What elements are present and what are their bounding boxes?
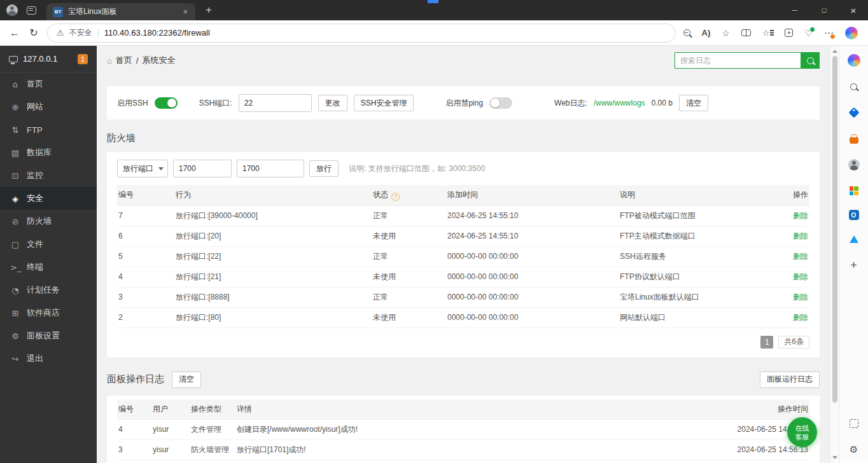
delete-link[interactable]: 删除 bbox=[793, 293, 808, 301]
sidebar-item-label: 安全 bbox=[27, 193, 43, 204]
ssh-toggle[interactable] bbox=[155, 97, 178, 109]
delete-link[interactable]: 删除 bbox=[793, 232, 808, 240]
address-bar[interactable]: ⚠ 不安全 | 110.40.63.180:22362/firewall bbox=[47, 24, 676, 43]
read-aloud-icon[interactable]: A) bbox=[702, 28, 711, 38]
tab-close-icon[interactable]: × bbox=[181, 7, 189, 17]
split-screen-icon[interactable] bbox=[741, 29, 751, 36]
copilot-icon[interactable] bbox=[847, 53, 861, 67]
delete-link[interactable]: 删除 bbox=[793, 272, 808, 281]
browser-profile-icon[interactable] bbox=[6, 4, 18, 16]
sidebar-item-monitor[interactable]: ⊡监控 bbox=[0, 164, 97, 187]
logs-clear-button[interactable]: 清空 bbox=[172, 371, 201, 388]
workspaces-icon[interactable] bbox=[27, 6, 36, 15]
ssh-port-input[interactable] bbox=[239, 94, 312, 112]
pagination: 1 共6条 bbox=[117, 336, 809, 349]
ping-label: 启用禁ping bbox=[445, 98, 483, 109]
screenshot-tool-icon[interactable] bbox=[847, 417, 861, 431]
sidebar-item-database[interactable]: ▤数据库 bbox=[0, 141, 97, 164]
sidebar-item-appstore[interactable]: ⊞软件商店 bbox=[0, 301, 97, 324]
favorites-icon[interactable]: ☆ bbox=[762, 29, 770, 37]
firewall-form: 放行端口 放行 说明: 支持放行端口范围，如: 3000:3500 bbox=[117, 160, 809, 177]
server-monitor-icon bbox=[9, 56, 18, 62]
collections-icon[interactable] bbox=[785, 29, 793, 37]
search-icon[interactable] bbox=[847, 79, 861, 93]
sidebar-item-label: 计划任务 bbox=[27, 284, 60, 296]
browser-tab[interactable]: BT 宝塔Linux面板 × bbox=[46, 3, 195, 20]
log-search bbox=[675, 52, 820, 69]
minimize-button[interactable]: ─ bbox=[780, 0, 809, 20]
online-support-button[interactable]: 在线 客服 bbox=[787, 417, 817, 447]
pagination-page-1[interactable]: 1 bbox=[760, 336, 773, 349]
add-sidebar-item-icon[interactable]: + bbox=[847, 258, 861, 272]
port-end-input[interactable] bbox=[237, 160, 304, 177]
sidebar-item-cron[interactable]: ◔计划任务 bbox=[0, 279, 97, 301]
maximize-button[interactable]: □ bbox=[809, 0, 839, 20]
ssh-settings-card: 启用SSH SSH端口: 更改 SSH安全管理 启用禁ping Web日志: /… bbox=[107, 86, 820, 120]
cron-clock-icon: ◔ bbox=[10, 286, 20, 295]
browser-toolbar: ← ↻ ⚠ 不安全 | 110.40.63.180:22362/firewall… bbox=[0, 20, 868, 46]
page-scrollbar[interactable] bbox=[830, 46, 839, 463]
browser-essentials-icon[interactable]: ♡ bbox=[804, 29, 813, 38]
favorite-star-icon[interactable]: ☆ bbox=[722, 28, 730, 38]
copilot-icon[interactable] bbox=[845, 27, 858, 39]
weblog-path-link[interactable]: /www/wwwlogs bbox=[594, 99, 645, 107]
sidebar-item-security[interactable]: ◈安全 bbox=[0, 187, 97, 210]
window-controls: ─ □ × bbox=[780, 0, 868, 20]
allow-port-button[interactable]: 放行 bbox=[309, 160, 339, 177]
panel-runlog-button[interactable]: 面板运行日志 bbox=[760, 371, 820, 388]
shopping-basket-icon[interactable] bbox=[847, 132, 861, 146]
delete-link[interactable]: 删除 bbox=[793, 313, 808, 322]
weblog-clear-button[interactable]: 清空 bbox=[679, 95, 708, 111]
server-host-row[interactable]: 127.0.0.1 1 bbox=[0, 46, 97, 73]
col-time: 操作时间 bbox=[778, 404, 808, 413]
sidebar-item-logout[interactable]: ↪退出 bbox=[0, 347, 97, 370]
sidebar-item-firewall[interactable]: ⊘防火墙 bbox=[0, 210, 97, 233]
not-secure-warning-icon: ⚠ bbox=[57, 28, 64, 38]
settings-more-icon[interactable]: ⋯ bbox=[824, 28, 834, 38]
logs-title: 面板操作日志 bbox=[107, 373, 164, 385]
contacts-icon[interactable] bbox=[847, 158, 861, 172]
logs-table: 编号 用户 操作类型 详情 操作时间 4yisur文件管理创建目录[/www/w… bbox=[117, 399, 809, 463]
breadcrumb-home-link[interactable]: 首页 bbox=[116, 55, 132, 66]
outlook-icon[interactable]: O bbox=[849, 210, 859, 220]
scroll-down-icon[interactable] bbox=[832, 456, 837, 459]
scrollbar-thumb[interactable] bbox=[832, 56, 837, 403]
ssh-port-change-button[interactable]: 更改 bbox=[318, 95, 347, 111]
logs-section-head: 面板操作日志 清空 面板运行日志 bbox=[107, 371, 820, 388]
sidebar-item-home[interactable]: ⌂首页 bbox=[0, 73, 97, 95]
col-status: 状态 bbox=[373, 190, 388, 199]
status-help-icon[interactable]: ? bbox=[391, 193, 400, 201]
delete-link[interactable]: 删除 bbox=[793, 211, 808, 220]
office-apps-icon[interactable] bbox=[847, 184, 861, 198]
sidebar-settings-icon[interactable]: ⚙ bbox=[847, 443, 861, 457]
toolbar-icons: A) ☆ ☆ ♡ ⋯ bbox=[683, 27, 865, 39]
url-text: 110.40.63.180:22362/firewall bbox=[104, 28, 210, 38]
sidebar-item-site[interactable]: ⊕网站 bbox=[0, 95, 97, 118]
col-type: 操作类型 bbox=[191, 404, 221, 413]
sidebar-item-files[interactable]: ▢文件 bbox=[0, 233, 97, 256]
zoom-out-icon[interactable] bbox=[683, 29, 690, 36]
drop-icon[interactable] bbox=[847, 232, 861, 246]
sidebar-item-terminal[interactable]: >_终端 bbox=[0, 256, 97, 279]
sidebar-item-settings[interactable]: ⚙面板设置 bbox=[0, 324, 97, 347]
port-type-select[interactable]: 放行端口 bbox=[117, 160, 168, 177]
log-row: 3yisur防火墙管理放行端口[1701]成功!2024-06-25 14:56… bbox=[117, 439, 809, 460]
breadcrumb: ⌂ 首页 / 系统安全 bbox=[107, 55, 175, 66]
delete-link[interactable]: 删除 bbox=[793, 252, 808, 261]
new-tab-button[interactable]: + bbox=[202, 4, 216, 17]
sidebar-item-label: 退出 bbox=[27, 353, 43, 364]
sidebar-item-label: 终端 bbox=[27, 261, 43, 273]
back-icon[interactable]: ← bbox=[5, 24, 24, 43]
sidebar-item-ftp[interactable]: ⇅FTP bbox=[0, 118, 97, 141]
tab-favicon: BT bbox=[53, 7, 63, 17]
shopping-tag-icon[interactable] bbox=[847, 106, 861, 120]
refresh-icon[interactable]: ↻ bbox=[24, 24, 43, 43]
scroll-up-icon[interactable] bbox=[832, 50, 837, 53]
log-search-input[interactable] bbox=[675, 52, 801, 69]
port-start-input[interactable] bbox=[173, 160, 232, 177]
ssh-security-button[interactable]: SSH安全管理 bbox=[354, 95, 414, 111]
firewall-table-header: 编号 行为 状态? 添加时间 说明 操作 bbox=[117, 185, 809, 205]
log-search-button[interactable] bbox=[801, 52, 820, 69]
ping-toggle[interactable] bbox=[489, 97, 512, 109]
close-button[interactable]: × bbox=[839, 0, 868, 20]
